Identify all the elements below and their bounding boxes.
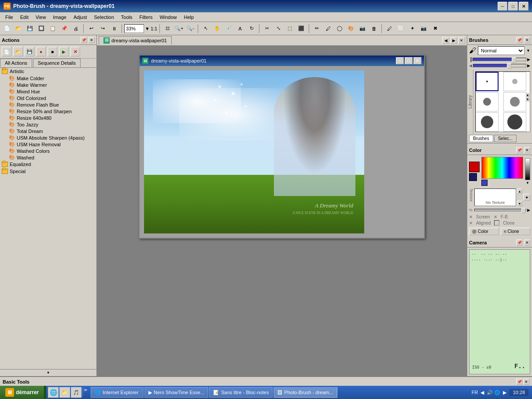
circle-tool[interactable]: ◯ — [334, 23, 345, 34]
extra2-tool[interactable]: ⬜ — [395, 23, 406, 34]
pause-button[interactable]: ⏸ — [109, 23, 119, 34]
delete-action-button[interactable]: ✕ — [70, 47, 80, 56]
brushes-close-button[interactable]: ✕ — [524, 37, 530, 43]
tab-brushes[interactable]: Brushes — [469, 135, 493, 142]
action-item-remove-flash-blue[interactable]: 🎨 Remove Flash Blue — [0, 101, 96, 108]
brush-mode-select[interactable]: Normal Multiply Screen Overlay — [478, 46, 525, 55]
action-item-total-dream[interactable]: 🎨 Total Dream — [0, 128, 96, 134]
menu-selection[interactable]: Selection — [91, 14, 118, 21]
brush-opacity-arrow-right[interactable]: ▶ — [527, 57, 530, 62]
quicklaunch-media[interactable]: 🎵 — [71, 387, 81, 398]
redo-button[interactable]: ↪ — [97, 23, 108, 34]
extra1-tool[interactable]: 🖊 — [384, 23, 395, 34]
aligned-checkbox[interactable]: ✕ — [469, 221, 473, 225]
crop-tool[interactable]: ✂ — [262, 23, 272, 34]
tab-selectors[interactable]: Selec... — [494, 135, 517, 142]
action-item-too-jazzy[interactable]: 🎨 Too Jazzy — [0, 121, 96, 128]
color-v-arrow[interactable]: ▼ — [526, 181, 529, 185]
menu-view[interactable]: View — [32, 14, 50, 21]
action-item-resize-50[interactable]: 🎨 Resize 50% and Sharpen — [0, 108, 96, 115]
action-item-make-colder[interactable]: 🎨 Make Colder — [0, 75, 96, 81]
zoom-in-button[interactable]: 🔍+ — [174, 23, 184, 34]
color-swatch-small[interactable] — [481, 180, 488, 186]
extra4-tool[interactable]: 📷 — [418, 23, 429, 34]
print-button[interactable]: 🖨 — [70, 23, 81, 34]
clone-checkbox[interactable] — [494, 220, 499, 225]
menu-filters[interactable]: Filters — [136, 14, 156, 21]
paste-button[interactable]: 📌 — [59, 23, 70, 34]
color-spectrum[interactable] — [481, 157, 523, 179]
menu-window[interactable]: Window — [156, 14, 180, 21]
action-item-usm-absolute[interactable]: 🎨 USM Absolute Sharpen (4pass) — [0, 134, 96, 141]
print-preview-button[interactable]: 🔲 — [36, 23, 47, 34]
screen-checkbox[interactable]: ✕ — [469, 214, 473, 219]
background-color-swatch[interactable] — [469, 173, 477, 181]
clone-mode-button[interactable]: ⎋ Clone — [501, 228, 531, 235]
menu-edit[interactable]: Edit — [17, 14, 32, 21]
panel-close-button[interactable]: ✕ — [89, 37, 95, 43]
resize-tool[interactable]: ⤡ — [273, 23, 284, 34]
action-item-mixed-hue[interactable]: 🎨 Mixed Hue — [0, 88, 96, 95]
camera-pin-button[interactable]: 📌 — [516, 240, 522, 246]
texture-icon-button[interactable]: ✦ — [523, 194, 530, 201]
taskbar-nav-left[interactable]: ◀ — [480, 390, 484, 395]
play-button[interactable]: ▶ — [59, 47, 69, 56]
menu-tools[interactable]: Tools — [118, 14, 136, 21]
doc-panel-close[interactable]: ✕ — [458, 37, 465, 44]
brushes-pin-button[interactable]: 📌 — [516, 37, 522, 43]
color-mode-button[interactable]: Color — [469, 228, 499, 235]
percent-arrow[interactable]: ▶ — [527, 208, 530, 212]
panel-pin-button[interactable]: 📌 — [81, 37, 87, 43]
taskbar-item-photobrush[interactable]: 🖼 Photo-Brush - dream... — [273, 387, 337, 398]
open-button[interactable]: 📂 — [13, 23, 24, 34]
save-action-button[interactable]: 💾 — [25, 47, 34, 56]
action-item-usm-haze[interactable]: 🎨 USM Haze Removal — [0, 141, 96, 148]
fit-button[interactable]: ⊡ — [162, 23, 173, 34]
brush-cell-1[interactable] — [476, 72, 499, 91]
action-item-washed-colors[interactable]: 🎨 Washed Colors — [0, 148, 96, 154]
image-maximize-button[interactable]: □ — [405, 57, 413, 64]
text-tool[interactable]: A — [235, 23, 245, 34]
copy-button[interactable]: 📋 — [48, 23, 58, 34]
open-action-button[interactable]: 📂 — [13, 47, 23, 56]
undo-button[interactable]: ↩ — [86, 23, 96, 34]
menu-help[interactable]: Help — [181, 14, 198, 21]
action-group-equalized[interactable]: Equalized — [0, 161, 96, 168]
zoom-input[interactable] — [124, 24, 144, 33]
scroll-down-actions[interactable]: ▼ — [0, 369, 96, 376]
zoom-dropdown-icon[interactable]: ▼ — [145, 26, 150, 31]
taskbar-item-nero[interactable]: ▶ Nero ShowTime Esse... — [144, 387, 208, 398]
camera-tool[interactable]: 📷 — [357, 23, 368, 34]
canvas-area[interactable]: 🖼 dreamy-vista-wallpaper01 ─ □ ✕ — [97, 46, 467, 376]
maximize-button[interactable]: □ — [508, 2, 518, 11]
fill-tool-tb[interactable]: 🎨 — [346, 23, 356, 34]
extra3-tool[interactable]: ✦ — [407, 23, 417, 34]
brush-cell-3[interactable] — [476, 92, 499, 111]
taskbar-nav-right[interactable]: ▶ — [503, 390, 506, 395]
menu-adjust[interactable]: Adjust — [70, 14, 91, 21]
menu-file[interactable]: File — [2, 14, 17, 21]
brush-size-thumb[interactable] — [507, 63, 511, 69]
percent-slider[interactable] — [474, 209, 526, 211]
record-button[interactable]: ● — [36, 47, 46, 56]
quicklaunch-explore[interactable]: 📁 — [59, 387, 70, 398]
texture-scroll-down[interactable]: ▼ — [517, 201, 522, 206]
arrow-tool[interactable]: ↖ — [200, 23, 211, 34]
document-tab[interactable]: 🖼 dreamy-vista-wallpaper01 — [99, 36, 172, 45]
taskbar-item-ie[interactable]: 🌐 Internet Explorer — [91, 387, 144, 398]
rotate-tool[interactable]: ↻ — [246, 23, 257, 34]
brush-cell-6[interactable] — [503, 112, 526, 132]
color-close-button[interactable]: ✕ — [524, 147, 530, 153]
close-button[interactable]: ✕ — [519, 2, 528, 11]
brush-cell-2[interactable] — [503, 72, 526, 91]
pen-tool-tb[interactable]: 🖊 — [323, 23, 333, 34]
zoom-out-button[interactable]: 🔍- — [185, 23, 196, 34]
extra5-tool[interactable]: ✖ — [430, 23, 440, 34]
image-minimize-button[interactable]: ─ — [396, 57, 404, 64]
action-item-washed[interactable]: 🎨 Washed — [0, 154, 96, 161]
basic-tools-close-button[interactable]: ✕ — [523, 379, 529, 385]
camera-close-button[interactable]: ✕ — [524, 240, 530, 246]
action-item-make-warmer[interactable]: 🎨 Make Warmer — [0, 81, 96, 88]
foreground-color-swatch[interactable] — [469, 162, 480, 172]
save-button[interactable]: 💾 — [25, 23, 35, 34]
